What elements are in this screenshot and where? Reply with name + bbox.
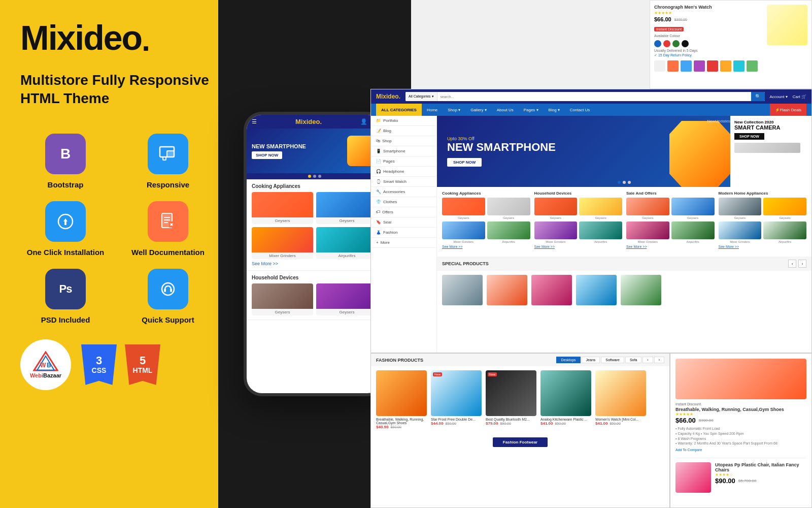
svg-rect-4 bbox=[64, 221, 66, 225]
hero-dot bbox=[628, 181, 631, 184]
nav-blog[interactable]: Blog ▾ bbox=[544, 104, 565, 116]
list-item bbox=[576, 275, 617, 305]
thumbnail[interactable] bbox=[707, 60, 718, 72]
cooking-see-more[interactable]: See More >> bbox=[442, 245, 530, 248]
feature-psd-label: PSD Included bbox=[41, 315, 90, 324]
features-grid: B Bootstrap Responsive bbox=[20, 134, 213, 324]
feature-oneclick-label: One Click Installation bbox=[27, 248, 105, 257]
product-img bbox=[252, 283, 313, 309]
feature-support-label: Quick Support bbox=[142, 315, 194, 324]
sidebar-item-offers[interactable]: 🏷 Offers bbox=[371, 207, 436, 217]
fashion-footer-btn[interactable]: Fashion Footwear bbox=[493, 437, 548, 447]
sp-prev-btn[interactable]: ‹ bbox=[788, 260, 796, 268]
list-item: Mixer Grinders bbox=[626, 221, 669, 243]
thumbnail[interactable] bbox=[720, 60, 731, 72]
delivery-info: Usually Delivered in 5 Days bbox=[654, 49, 763, 52]
tab-jeans[interactable]: Jeans bbox=[582, 357, 600, 363]
product-card2-img bbox=[675, 462, 711, 493]
svg-rect-2 bbox=[167, 151, 174, 157]
fashion-product-img: New bbox=[486, 370, 536, 416]
search-input[interactable] bbox=[437, 92, 751, 101]
desktop-brand: Mixideo. bbox=[376, 93, 400, 100]
nav-home[interactable]: Home bbox=[422, 104, 443, 116]
product-badge: Instant Discount bbox=[675, 402, 806, 406]
list-item: Geysers bbox=[252, 192, 313, 224]
tab-sofa[interactable]: Sofa bbox=[625, 357, 641, 363]
product-detail-screenshot: Chronograph Men's Watch ★★★★★ $66.00 $30… bbox=[650, 0, 812, 89]
phone-screen: ☰ Mixideo. 👤 🛒 NEW SMARTPHONE SHOP NOW bbox=[247, 115, 383, 393]
list-item: Geysers bbox=[316, 192, 378, 224]
thumbnail[interactable] bbox=[667, 60, 679, 72]
hero-shop-now-btn[interactable]: SHOP NOW bbox=[447, 158, 482, 167]
sidebar-item-portfolio[interactable]: 📁 Portfolio bbox=[371, 116, 436, 126]
sidebar-item-shop[interactable]: 🛍 Shop bbox=[371, 136, 436, 146]
see-more-link[interactable]: See More >> bbox=[252, 261, 378, 266]
hero-widget: New Collection 2020 SMART CAMERA SHOP NO… bbox=[730, 116, 811, 187]
thumbnail[interactable] bbox=[694, 60, 705, 72]
feature-oneclick: One Click Installation bbox=[20, 201, 111, 257]
color-swatch[interactable] bbox=[672, 40, 680, 47]
psd-icon: Ps bbox=[45, 269, 86, 309]
tab-nav-next[interactable]: › bbox=[654, 357, 664, 363]
thumbnail[interactable] bbox=[747, 60, 758, 72]
thumbnail[interactable] bbox=[654, 60, 665, 72]
product-badge: Instant Discount bbox=[654, 27, 684, 31]
sidebar-item-clothes[interactable]: 👕 Clothes bbox=[371, 197, 436, 207]
phone-household-products: Geysers Geysers bbox=[252, 283, 378, 315]
product-detail-stars: ★★★★★ bbox=[654, 11, 763, 15]
nav-gallery[interactable]: Gallery ▾ bbox=[465, 104, 492, 116]
sale-see-more[interactable]: See More >> bbox=[626, 245, 715, 248]
all-categories-nav[interactable]: ALL CATEGORIES bbox=[376, 104, 422, 116]
search-button[interactable]: 🔍 bbox=[751, 92, 765, 101]
sidebar-item-pages[interactable]: 📄 Pages bbox=[371, 156, 436, 167]
nav-shop[interactable]: Shop ▾ bbox=[443, 104, 465, 116]
sidebar-item-smartphone[interactable]: 📱 Smartphone bbox=[371, 146, 436, 156]
search-category-select[interactable]: All Categories ▾ bbox=[405, 92, 437, 101]
support-icon bbox=[148, 269, 188, 309]
phone-header: ☰ Mixideo. 👤 🛒 bbox=[247, 115, 383, 129]
sidebar-item-smartwatch[interactable]: ⌚ Smart Watch bbox=[371, 177, 436, 187]
sidebar-item-fashion[interactable]: 👗 Fashion bbox=[371, 228, 436, 238]
thumbnail[interactable] bbox=[733, 60, 745, 72]
cat-thumb bbox=[719, 198, 762, 215]
thumbnail[interactable] bbox=[681, 60, 692, 72]
feature-docs: Well Documentation bbox=[123, 201, 213, 257]
sp-next-btn[interactable]: › bbox=[798, 260, 806, 268]
sidebar-item-accessories[interactable]: 🔧 Accessories bbox=[371, 187, 436, 197]
cat-thumb bbox=[763, 221, 806, 239]
svg-text:B: B bbox=[47, 362, 51, 369]
color-swatch[interactable] bbox=[654, 40, 661, 47]
household-see-more[interactable]: See More >> bbox=[534, 245, 623, 248]
cat-thumb bbox=[671, 198, 715, 215]
desktop-main-content: Upto 30% Off NEW SMARTPHONE SHOP NOW New… bbox=[437, 116, 811, 353]
webibazaar-logo: W B WebiBazaar bbox=[20, 339, 71, 390]
tab-desktops[interactable]: Desktops bbox=[556, 357, 580, 363]
fashion-product-img: New bbox=[431, 370, 482, 416]
color-swatch[interactable] bbox=[682, 40, 689, 47]
cat-thumb bbox=[534, 198, 578, 215]
widget-shop-btn[interactable]: SHOP NOW bbox=[734, 133, 764, 140]
tagline: Multistore Fully Responsive HTML Theme bbox=[20, 71, 213, 108]
sidebar-item-headphone[interactable]: 🎧 Headphone bbox=[371, 167, 436, 177]
nav-about[interactable]: About Us bbox=[492, 104, 519, 116]
sidebar-item-seal[interactable]: 🔖 Seal bbox=[371, 217, 436, 228]
sidebar-item-more[interactable]: + More bbox=[371, 238, 436, 248]
modern-see-more[interactable]: See More >> bbox=[719, 245, 807, 248]
css-badge: 3 CSS bbox=[81, 344, 117, 385]
tab-nav-prev[interactable]: ‹ bbox=[642, 357, 653, 363]
cat-thumb bbox=[763, 198, 806, 215]
product-img bbox=[316, 283, 378, 309]
cat-thumb bbox=[442, 221, 485, 239]
tab-software[interactable]: Software bbox=[601, 357, 624, 363]
nav-pages[interactable]: Pages ▾ bbox=[519, 104, 544, 116]
special-products-row bbox=[437, 271, 811, 309]
nav-contact[interactable]: Contact Us bbox=[565, 104, 595, 116]
product-card-img bbox=[675, 359, 806, 399]
add-to-compare-btn[interactable]: Add To Compare bbox=[675, 448, 806, 452]
sidebar-item-blog[interactable]: 📝 Blog bbox=[371, 126, 436, 136]
color-swatch[interactable] bbox=[663, 40, 670, 47]
phone-household-section: Household Devices Geysers Geysers bbox=[247, 271, 383, 320]
flash-deals-nav[interactable]: ⚡ Flash Deals bbox=[770, 104, 806, 116]
tech-badges: 3 CSS 5 HTML bbox=[81, 344, 160, 385]
phone-shop-now-btn[interactable]: SHOP NOW bbox=[252, 151, 282, 159]
